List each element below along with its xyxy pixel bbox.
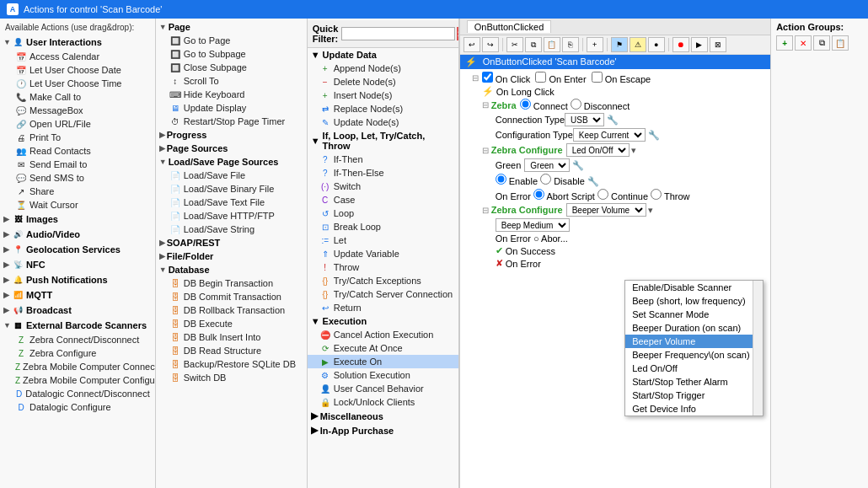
item-load-save-file[interactable]: 📄Load/Save File xyxy=(156,169,307,182)
item-load-save-binary[interactable]: 📄Load/Save Binary File xyxy=(156,182,307,196)
paste-button[interactable]: 📋 xyxy=(544,37,560,52)
dropdown-item-led-onoff[interactable]: Led On/Off xyxy=(625,362,763,375)
item-return[interactable]: ↩Return xyxy=(308,301,458,314)
item-load-save-text[interactable]: 📄Load/Save Text File xyxy=(156,196,307,209)
item-load-save-string[interactable]: 📄Load/Save String xyxy=(156,223,307,236)
item-execute-at-once[interactable]: ⟳Execute At Once xyxy=(308,341,458,355)
item-lock-unlock[interactable]: 🔒Lock/Unlock Clients xyxy=(308,395,458,409)
enable-radio[interactable] xyxy=(496,174,506,185)
item-db-rollback[interactable]: 🗄DB Rollback Transaction xyxy=(156,303,307,317)
on-click-check[interactable] xyxy=(482,72,493,83)
dropdown-item-enable-disable[interactable]: Enable/Disable Scanner xyxy=(625,281,763,294)
section-broadcast[interactable]: ▶ 📢 Broadcast xyxy=(0,303,155,318)
dropdown-item-beeper-duration[interactable]: Beeper Duration (on scan) xyxy=(625,321,763,335)
item-share[interactable]: ↗Share xyxy=(0,185,155,198)
play-button[interactable]: ▶ xyxy=(691,37,708,52)
item-update-node[interactable]: ✎Update Node(s) xyxy=(308,115,458,129)
item-datalogic-configure[interactable]: DDatalogic Configure xyxy=(0,400,155,414)
section-miscellaneous[interactable]: ▶ Miscellaneous xyxy=(308,409,458,423)
dropdown-item-beeper-freq[interactable]: Beeper Frequency\(on scan) xyxy=(625,348,763,362)
beep-medium-select[interactable]: Beep Medium xyxy=(496,218,570,232)
item-let[interactable]: :=Let xyxy=(308,233,458,247)
section-in-app-purchase[interactable]: ▶ In-App Purchase xyxy=(308,423,458,437)
abort-radio[interactable] xyxy=(533,189,544,200)
item-go-to-subpage[interactable]: 🔲Go to Subpage xyxy=(156,47,307,61)
throw-radio[interactable] xyxy=(651,189,662,200)
cut-button[interactable]: ✂ xyxy=(506,37,523,52)
item-zebra-mobile-connect[interactable]: ZZebra Mobile Computer Connect... xyxy=(0,360,155,373)
zebra-config-type-select[interactable]: Led On/Off xyxy=(566,143,630,157)
item-read-contacts[interactable]: 👥Read Contacts xyxy=(0,144,155,158)
item-restart-timer[interactable]: ⏱Restart/Stop Page Timer xyxy=(156,115,307,128)
ag-delete-button[interactable]: ✕ xyxy=(795,35,812,51)
section-load-save[interactable]: ▼ Load/Save Page Sources xyxy=(156,155,307,169)
section-file-folder[interactable]: ▶ File/Folder xyxy=(156,249,307,263)
item-wait-cursor[interactable]: ⏳Wait Cursor xyxy=(0,198,155,212)
disconnect-radio[interactable] xyxy=(571,99,581,110)
item-throw[interactable]: !Throw xyxy=(308,260,458,274)
add-button[interactable]: + xyxy=(587,37,603,52)
undo-button[interactable]: ↩ xyxy=(463,37,480,52)
section-execution[interactable]: ▼ Execution xyxy=(308,314,458,328)
item-hide-keyboard[interactable]: ⌨Hide Keyboard xyxy=(156,88,307,101)
item-make-call[interactable]: 📞Make Call to xyxy=(0,90,155,104)
connect-radio[interactable] xyxy=(520,99,531,110)
item-switch-db[interactable]: 🗄Switch DB xyxy=(156,371,307,384)
item-send-email[interactable]: ✉Send Email to xyxy=(0,158,155,171)
section-push[interactable]: ▶ 🔔 Push Notifications xyxy=(0,272,155,287)
item-replace-node[interactable]: ⇄Replace Node(s) xyxy=(308,102,458,115)
ag-paste-button[interactable]: 📋 xyxy=(832,35,849,51)
connection-type-select[interactable]: USB xyxy=(565,113,604,126)
quick-filter-close-button[interactable]: ✕ xyxy=(457,27,458,40)
flag-button[interactable]: ⚑ xyxy=(611,37,628,52)
dropdown-item-stop-trigger[interactable]: Start/Stop Trigger xyxy=(625,389,763,402)
item-user-cancel[interactable]: 👤User Cancel Behavior xyxy=(308,382,458,395)
beeper-type-select[interactable]: Beeper Volume xyxy=(566,203,646,217)
item-zebra-mobile-config[interactable]: ZZebra Mobile Computer Configur... xyxy=(0,373,155,387)
item-switch[interactable]: (·)Switch xyxy=(308,180,458,193)
item-let-user-choose-time[interactable]: 🕐Let User Choose Time xyxy=(0,77,155,90)
item-delete-node[interactable]: −Delete Node(s) xyxy=(308,75,458,88)
item-open-url[interactable]: 🔗Open URL/File xyxy=(0,117,155,131)
section-progress[interactable]: ▶ Progress xyxy=(156,128,307,142)
quick-filter-input[interactable] xyxy=(341,27,455,40)
item-db-commit[interactable]: 🗄DB Commit Transaction xyxy=(156,290,307,303)
config-type-select[interactable]: Keep Current xyxy=(573,128,646,142)
green-select[interactable]: Green xyxy=(524,158,570,172)
stop-button[interactable]: ⊠ xyxy=(710,37,726,52)
section-barcode-scanners[interactable]: ▼ ▦ External Barcode Scanners xyxy=(0,318,155,333)
section-images[interactable]: ▶ 🖼 Images xyxy=(0,212,155,227)
event-tab-label[interactable]: OnButtonClicked xyxy=(467,20,552,33)
dropdown-item-tether-alarm[interactable]: Start/Stop Tether Alarm xyxy=(625,375,763,389)
item-execute-on[interactable]: ▶Execute On xyxy=(308,355,458,368)
section-database[interactable]: ▼ Database xyxy=(156,263,307,276)
item-if-then[interactable]: ?If-Then xyxy=(308,153,458,166)
item-try-catch-exc[interactable]: {}Try/Catch Exceptions xyxy=(308,274,458,287)
item-db-execute[interactable]: 🗄DB Execute xyxy=(156,317,307,330)
dropdown-item-get-device[interactable]: Get Device Info xyxy=(625,402,763,416)
section-if-loop[interactable]: ▼ If, Loop, Let, Try/Catch, Throw xyxy=(308,129,458,153)
item-loop[interactable]: ↺Loop xyxy=(308,206,458,220)
on-enter-check[interactable] xyxy=(535,72,546,83)
item-db-read-structure[interactable]: 🗄DB Read Structure xyxy=(156,344,307,357)
item-datalogic-connect[interactable]: DDatalogic Connect/Disconnect xyxy=(0,387,155,400)
item-append-node[interactable]: +Append Node(s) xyxy=(308,62,458,75)
item-try-catch-server[interactable]: {}Try/Catch Server Connection xyxy=(308,287,458,301)
dropdown-item-set-scanner[interactable]: Set Scanner Mode xyxy=(625,308,763,321)
ag-add-button[interactable]: + xyxy=(776,35,793,51)
section-page[interactable]: ▼ Page xyxy=(156,20,307,34)
dropdown-item-beeper-volume[interactable]: Beeper Volume xyxy=(625,335,763,348)
item-solution-execution[interactable]: ⚙Solution Execution xyxy=(308,368,458,382)
ag-copy-button[interactable]: ⧉ xyxy=(813,35,830,51)
item-update-display[interactable]: 🖥Update Display xyxy=(156,101,307,115)
item-zebra-configure[interactable]: ZZebra Configure xyxy=(0,346,155,360)
warn-button[interactable]: ⚠ xyxy=(630,37,646,52)
disable-radio[interactable] xyxy=(540,174,551,185)
section-update-data[interactable]: ▼ Update Data xyxy=(308,48,458,62)
item-db-begin[interactable]: 🗄DB Begin Transaction xyxy=(156,276,307,290)
item-load-save-http[interactable]: 📄Load/Save HTTP/FTP xyxy=(156,209,307,223)
dropdown-item-beep-short[interactable]: Beep (short, low frequency) xyxy=(625,294,763,308)
section-page-sources[interactable]: ▶ Page Sources xyxy=(156,142,307,155)
item-scroll-to[interactable]: ↕Scroll To xyxy=(156,74,307,88)
item-print-to[interactable]: 🖨Print To xyxy=(0,131,155,144)
